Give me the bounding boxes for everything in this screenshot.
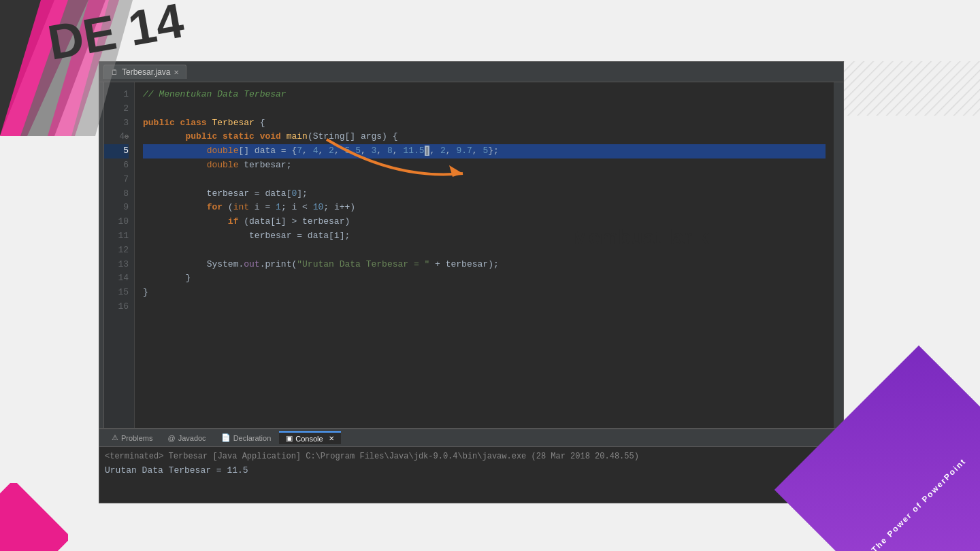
code-line-5: double[] data = {7, 4, 2, 5.5, 3, 8, 11.… [143,144,826,158]
line-num-5: 5 [104,144,129,158]
console-icon: ▣ [286,434,293,443]
code-line-14: } [143,271,826,286]
code-line-10: if (data[i] > terbesar) [143,215,826,229]
tab-problems[interactable]: ⚠ Problems [105,432,159,444]
code-line-2 [143,102,826,116]
code-line-16 [143,300,826,314]
code-line-6: double terbesar; [143,158,826,173]
problems-label: Problems [121,434,152,442]
console-close-icon[interactable]: ✕ [329,435,334,442]
tab-declaration[interactable]: 📄 Declaration [214,432,278,444]
code-line-11: terbesar = data[i]; [143,229,826,244]
console-content: <terminated> Terbesar [Java Application]… [99,447,843,481]
declaration-icon: 📄 [221,433,231,442]
line-num-13: 13 [104,258,129,272]
svg-rect-6 [844,61,980,116]
code-line-9: for (int i = 1; i < 10; i++) [143,201,826,215]
line-num-11: 11 [104,229,129,244]
line-num-12: 12 [104,244,129,258]
code-line-4: public static void main(String[] args) { [143,130,826,144]
code-line-8: terbesar = data[0]; [143,187,826,201]
tab-console[interactable]: ▣ Console ✕ [279,431,340,444]
code-line-13: System.out.print("Urutan Data Terbesar =… [143,258,826,272]
javadoc-icon: @ [167,434,175,442]
code-line-12 [143,244,826,258]
panel-tabs: ⚠ Problems @ Javadoc 📄 Declaration ▣ Con… [99,429,843,447]
line-num-14: 14 [104,271,129,286]
javadoc-label: Javadoc [178,434,206,442]
line-num-8: 8 [104,187,129,201]
line-num-15: 15 [104,286,129,300]
console-output-line: Urutan Data Terbesar = 11.5 [105,463,838,478]
console-label: Console [295,435,323,443]
declaration-label: Declaration [233,434,272,442]
line-num-16: 16 [104,300,129,314]
line-num-9: 9 [104,201,129,215]
code-line-15: } [143,286,826,300]
code-line-7 [143,173,826,187]
line-num-7: 7 [104,173,129,187]
deco-hatch-topright [844,61,980,116]
problems-icon: ⚠ [112,433,118,442]
console-terminated-line: <terminated> Terbesar [Java Application]… [105,450,838,463]
bottom-panel: ⚠ Problems @ Javadoc 📄 Declaration ▣ Con… [99,428,843,503]
code-content[interactable]: // Menentukan Data Terbesar public class… [135,82,834,428]
deco-bottomright: The Power of PowerPoint [762,333,980,551]
line-num-10: 10 [104,215,129,229]
code-line-3: public class Terbesar { [143,116,826,131]
line-num-6: 6 [104,158,129,173]
code-line-1: // Menentukan Data Terbesar [143,88,826,102]
tab-javadoc[interactable]: @ Javadoc [161,433,212,444]
deco-bottomleft [0,483,68,551]
